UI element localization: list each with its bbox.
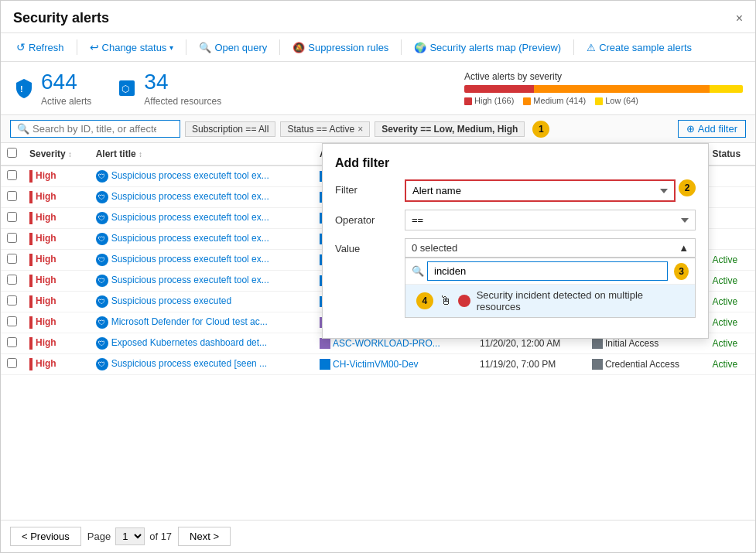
svg-text:!: !	[20, 84, 23, 94]
value-search-input[interactable]	[427, 261, 668, 281]
row-title: 🛡Suspicious process executeft tool ex...	[90, 250, 313, 271]
refresh-button[interactable]: ↺ Refresh	[10, 38, 70, 56]
row-status: Active	[706, 312, 755, 333]
operator-row: Operator ==	[335, 210, 696, 230]
active-alerts-label: Active alerts	[41, 96, 91, 107]
page-info: Page 1 of 17	[87, 527, 172, 545]
alert-shield-icon: 🛡	[96, 337, 108, 350]
row-check[interactable]	[7, 275, 17, 285]
severity-bar-indicator	[29, 316, 32, 329]
search-icon: 🔍	[17, 123, 29, 135]
row-check[interactable]	[7, 254, 17, 264]
row-title: 🛡Suspicious process executeft tool ex...	[90, 166, 313, 187]
row-check[interactable]	[7, 212, 17, 222]
alert-shield-icon: 🛡	[96, 316, 108, 329]
filter-bar: 🔍 Subscription == All Status == Active ×…	[1, 115, 755, 143]
row-check[interactable]	[7, 233, 17, 243]
table-row: High 🛡Suspicious process executed [seen …	[1, 354, 755, 375]
refresh-icon: ↺	[16, 41, 26, 53]
legend-low: Low (64)	[595, 96, 638, 105]
row-title: 🛡Suspicious process executeft tool ex...	[90, 208, 313, 229]
operator-select[interactable]: ==	[405, 210, 696, 230]
severity-bar	[464, 85, 743, 93]
severity-bar-medium	[534, 85, 710, 93]
search-input[interactable]	[32, 123, 156, 135]
page-select[interactable]: 1	[115, 527, 145, 545]
severity-bar-indicator	[29, 295, 32, 308]
toolbar: ↺ Refresh ↩ Change status ▾ 🔍 Open query…	[1, 33, 755, 62]
severity-bar-indicator	[29, 254, 32, 266]
row-status: Active	[706, 333, 755, 354]
filter-select[interactable]: Alert name	[405, 179, 676, 202]
step4-badge: 4	[416, 292, 433, 309]
row-severity: High	[23, 292, 90, 312]
severity-bar-indicator	[29, 233, 32, 245]
affected-resources-label: Affected resources	[144, 96, 221, 107]
row-title: 🛡Suspicious process executeft tool ex...	[90, 229, 313, 250]
next-button[interactable]: Next >	[178, 527, 231, 546]
row-checkbox	[1, 229, 23, 250]
row-title: 🛡Exposed Kubernetes dashboard det...	[90, 333, 313, 354]
row-title: 🛡Suspicious process executed	[90, 292, 313, 312]
row-check[interactable]	[7, 295, 17, 306]
severity-bar-indicator	[29, 212, 32, 224]
row-title: 🛡Suspicious process executeft tool ex...	[90, 187, 313, 208]
row-title: 🛡Suspicious process executed [seen ...	[90, 354, 313, 375]
row-status: Active	[706, 271, 755, 292]
value-dropdown-header[interactable]: 0 selected ▲	[405, 238, 696, 258]
severity-sort-icon[interactable]: ↕	[68, 150, 72, 159]
open-query-button[interactable]: 🔍 Open query	[193, 39, 273, 56]
row-status: Active	[706, 354, 755, 375]
severity-bar-indicator	[29, 191, 32, 203]
row-status	[706, 229, 755, 250]
alert-shield-icon: 🛡	[96, 295, 108, 308]
select-all-checkbox[interactable]	[7, 148, 17, 158]
active-alerts-count: 644	[41, 70, 91, 94]
row-check[interactable]	[7, 337, 17, 347]
status-chip-remove[interactable]: ×	[357, 124, 363, 135]
add-filter-button[interactable]: ⊕ Add filter	[678, 120, 746, 138]
legend-high: High (166)	[464, 96, 514, 105]
row-title: 🛡Suspicious process executeft tool ex...	[90, 271, 313, 292]
vm-icon	[320, 359, 330, 370]
previous-button[interactable]: < Previous	[10, 527, 81, 546]
severity-bar-high	[464, 85, 534, 93]
row-status	[706, 208, 755, 229]
row-check[interactable]	[7, 316, 17, 326]
filter-row: Filter Alert name 2	[335, 179, 696, 202]
security-alerts-map-button[interactable]: 🌍 Security alerts map (Preview)	[408, 39, 567, 56]
severity-legend: High (166) Medium (414) Low (64)	[464, 96, 743, 105]
suppression-rules-button[interactable]: 🔕 Suppression rules	[286, 39, 395, 56]
row-check[interactable]	[7, 191, 17, 201]
row-checkbox	[1, 166, 23, 187]
toolbar-separator	[77, 39, 77, 55]
row-check[interactable]	[7, 170, 17, 180]
value-dropdown-box: 🔍 3 4 🖱 Security incident detected on mu…	[405, 258, 696, 318]
active-alerts-stat: ! 644 Active alerts	[13, 70, 91, 107]
row-status	[706, 166, 755, 187]
severity-filter-chip[interactable]: Severity == Low, Medium, High	[375, 121, 525, 137]
option-label: Security incident detected on multiple r…	[477, 289, 687, 312]
value-option-security-incident[interactable]: 4 🖱 Security incident detected on multip…	[405, 285, 695, 317]
search-box[interactable]: 🔍	[10, 120, 180, 138]
sample-icon: ⚠	[587, 42, 596, 53]
toolbar-separator-3	[279, 39, 280, 55]
change-status-icon: ↩	[90, 41, 99, 53]
add-filter-dialog: Add filter Filter Alert name 2 Operator …	[322, 143, 709, 339]
create-sample-alerts-button[interactable]: ⚠ Create sample alerts	[580, 39, 698, 56]
row-severity: High	[23, 229, 90, 250]
severity-bar-indicator	[29, 358, 32, 370]
change-status-button[interactable]: ↩ Change status ▾	[84, 38, 180, 56]
col-status: Status	[706, 143, 755, 166]
severity-bar-low	[710, 85, 743, 93]
aks-icon	[320, 338, 330, 349]
subscription-filter-chip[interactable]: Subscription == All	[185, 121, 275, 137]
status-filter-chip[interactable]: Status == Active ×	[280, 121, 370, 137]
row-check[interactable]	[7, 358, 17, 368]
step2-badge: 2	[679, 179, 696, 196]
close-button[interactable]: ×	[736, 12, 743, 26]
col-alert-title: Alert title ↕	[90, 143, 313, 166]
security-alerts-panel: Security alerts × ↺ Refresh ↩ Change sta…	[0, 0, 756, 553]
title-sort-icon[interactable]: ↕	[139, 150, 142, 159]
row-checkbox	[1, 354, 23, 375]
